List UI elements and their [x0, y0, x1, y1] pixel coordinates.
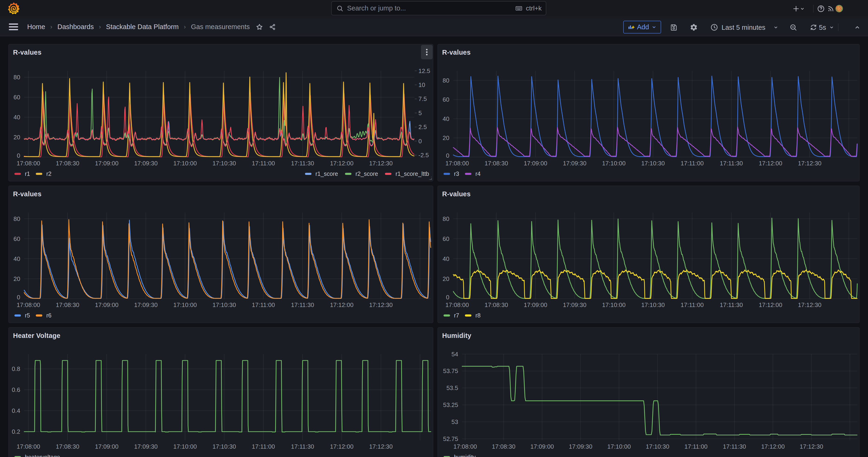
svg-text:17:12:00: 17:12:00 — [330, 160, 353, 167]
svg-text:17:10:00: 17:10:00 — [173, 160, 197, 167]
svg-text:54: 54 — [452, 351, 458, 358]
svg-text:17:11:30: 17:11:30 — [291, 443, 314, 450]
svg-text:17:08:30: 17:08:30 — [56, 160, 79, 167]
svg-text:40: 40 — [13, 255, 20, 262]
svg-text:0: 0 — [418, 138, 422, 145]
svg-text:17:09:30: 17:09:30 — [134, 301, 158, 308]
svg-text:17:08:00: 17:08:00 — [17, 443, 40, 450]
svg-text:17:08:30: 17:08:30 — [485, 160, 508, 167]
svg-text:53.5: 53.5 — [446, 385, 458, 391]
svg-text:40: 40 — [443, 255, 450, 262]
svg-text:17:12:30: 17:12:30 — [798, 301, 821, 308]
svg-text:80: 80 — [13, 74, 20, 81]
svg-text:17:08:00: 17:08:00 — [453, 443, 477, 450]
svg-text:17:12:30: 17:12:30 — [369, 443, 393, 450]
svg-text:17:12:00: 17:12:00 — [330, 443, 353, 450]
svg-text:52.75: 52.75 — [443, 435, 458, 443]
svg-text:0: 0 — [446, 294, 450, 301]
svg-text:17:10:30: 17:10:30 — [641, 301, 664, 308]
svg-text:60: 60 — [443, 235, 450, 242]
svg-text:17:09:30: 17:09:30 — [563, 301, 586, 308]
svg-text:17:09:30: 17:09:30 — [563, 160, 586, 167]
svg-text:17:11:00: 17:11:00 — [681, 160, 704, 167]
svg-text:60: 60 — [13, 94, 20, 101]
svg-text:0.6: 0.6 — [12, 386, 20, 393]
svg-text:0.8: 0.8 — [12, 365, 20, 372]
svg-text:17:10:30: 17:10:30 — [646, 443, 669, 450]
svg-text:17:09:30: 17:09:30 — [134, 443, 158, 450]
svg-text:17:09:30: 17:09:30 — [569, 443, 592, 450]
svg-text:53.25: 53.25 — [443, 401, 458, 408]
svg-text:17:09:30: 17:09:30 — [134, 160, 158, 167]
svg-text:17:08:00: 17:08:00 — [445, 301, 469, 308]
svg-text:17:08:30: 17:08:30 — [492, 443, 515, 450]
svg-text:20: 20 — [443, 134, 450, 142]
svg-text:0: 0 — [17, 294, 20, 301]
svg-text:17:10:30: 17:10:30 — [213, 160, 236, 167]
svg-text:80: 80 — [13, 215, 20, 222]
svg-text:0: 0 — [446, 152, 450, 159]
svg-text:17:11:00: 17:11:00 — [252, 443, 275, 450]
svg-text:17:08:00: 17:08:00 — [445, 160, 469, 167]
svg-text:17:11:30: 17:11:30 — [291, 301, 314, 308]
svg-text:80: 80 — [443, 215, 450, 222]
svg-text:17:10:00: 17:10:00 — [602, 160, 625, 167]
svg-text:17:11:30: 17:11:30 — [723, 443, 746, 450]
svg-text:17:11:00: 17:11:00 — [684, 443, 707, 450]
svg-text:17:09:00: 17:09:00 — [95, 160, 118, 167]
svg-text:17:08:30: 17:08:30 — [56, 443, 79, 450]
svg-text:5: 5 — [418, 110, 422, 117]
svg-text:40: 40 — [443, 115, 450, 122]
svg-text:17:10:30: 17:10:30 — [641, 160, 664, 167]
svg-text:60: 60 — [13, 235, 20, 242]
svg-text:17:08:30: 17:08:30 — [56, 301, 79, 308]
svg-text:17:08:00: 17:08:00 — [17, 301, 40, 308]
svg-text:17:11:00: 17:11:00 — [252, 160, 275, 167]
svg-text:53: 53 — [452, 418, 458, 425]
svg-text:17:10:00: 17:10:00 — [173, 443, 197, 450]
svg-text:17:12:30: 17:12:30 — [800, 443, 823, 450]
svg-text:17:12:00: 17:12:00 — [330, 301, 353, 308]
svg-text:0.4: 0.4 — [12, 407, 20, 414]
svg-text:80: 80 — [443, 77, 450, 84]
svg-text:60: 60 — [443, 96, 450, 103]
svg-text:0: 0 — [17, 152, 20, 159]
svg-text:10: 10 — [418, 82, 425, 88]
svg-text:12.5: 12.5 — [418, 67, 430, 74]
svg-text:17:09:00: 17:09:00 — [524, 160, 547, 167]
svg-text:17:12:30: 17:12:30 — [798, 160, 821, 167]
svg-text:17:09:00: 17:09:00 — [530, 443, 554, 450]
svg-text:17:10:30: 17:10:30 — [213, 443, 236, 450]
svg-text:17:08:00: 17:08:00 — [17, 160, 40, 167]
svg-text:20: 20 — [13, 275, 20, 282]
svg-text:17:11:30: 17:11:30 — [720, 301, 743, 308]
svg-text:17:09:00: 17:09:00 — [95, 301, 118, 308]
svg-text:53.75: 53.75 — [443, 367, 458, 374]
svg-text:17:09:00: 17:09:00 — [524, 301, 547, 308]
svg-text:17:12:00: 17:12:00 — [759, 160, 782, 167]
svg-text:7.5: 7.5 — [418, 95, 427, 102]
svg-text:17:12:00: 17:12:00 — [761, 443, 784, 450]
svg-text:17:12:00: 17:12:00 — [759, 301, 782, 308]
svg-text:17:10:30: 17:10:30 — [213, 301, 236, 308]
svg-text:17:10:00: 17:10:00 — [602, 301, 625, 308]
svg-text:17:12:30: 17:12:30 — [369, 160, 393, 167]
svg-text:2.5: 2.5 — [418, 123, 427, 130]
svg-text:20: 20 — [443, 275, 450, 282]
svg-text:17:11:00: 17:11:00 — [252, 301, 275, 308]
svg-text:17:12:30: 17:12:30 — [369, 301, 393, 308]
svg-text:17:10:00: 17:10:00 — [607, 443, 631, 450]
svg-text:20: 20 — [13, 134, 20, 141]
svg-text:17:11:30: 17:11:30 — [291, 160, 314, 167]
svg-text:40: 40 — [13, 114, 20, 121]
svg-text:17:11:00: 17:11:00 — [681, 301, 704, 308]
svg-text:17:08:30: 17:08:30 — [485, 301, 508, 308]
svg-text:17:10:00: 17:10:00 — [173, 301, 197, 308]
svg-text:0.2: 0.2 — [12, 428, 20, 435]
svg-text:-2.5: -2.5 — [418, 152, 429, 159]
svg-text:17:11:30: 17:11:30 — [720, 160, 743, 167]
svg-text:17:09:00: 17:09:00 — [95, 443, 118, 450]
